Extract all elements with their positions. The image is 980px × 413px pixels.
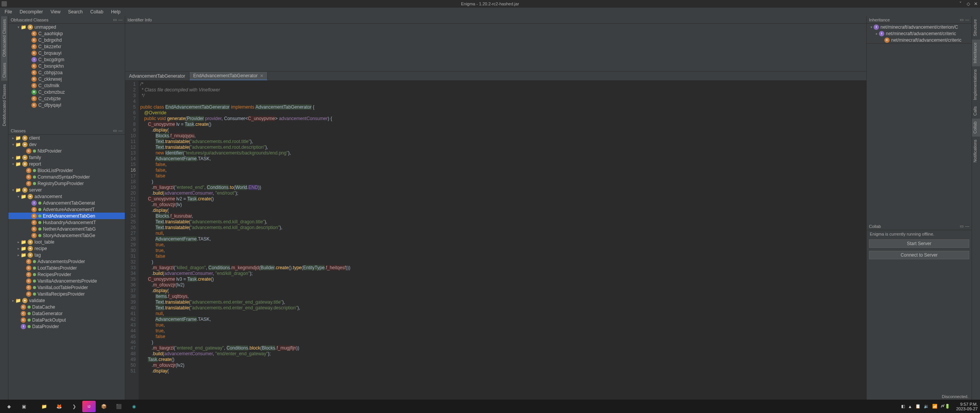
tree-item[interactable]: CC_cbhpjzoa — [8, 69, 125, 76]
tree-item[interactable]: ▾📁●server — [8, 187, 125, 193]
minimize-icon[interactable]: ˅ — [958, 1, 963, 7]
tree-item[interactable]: CVanillaRecipesProvider — [8, 291, 125, 297]
side-tab-collab[interactable]: Collab — [972, 119, 980, 137]
tree-item[interactable]: CCommandSyntaxProvider — [8, 174, 125, 180]
tree-item[interactable]: CC_bkzzefxr — [8, 43, 125, 50]
tree-item[interactable]: CC_bdrgxihd — [8, 37, 125, 43]
tree-item[interactable]: ▾Inet/minecraft/advancement/criterion/C — [867, 24, 972, 30]
tree-item[interactable]: CRegistryDumpProvider — [8, 180, 125, 187]
audio-icon[interactable]: 🔉 — [924, 404, 929, 409]
tree-item[interactable]: ▸Inet/minecraft/advancement/criteric — [867, 30, 972, 37]
tree-item[interactable]: CDataGenerator — [8, 310, 125, 317]
tree-label: C_bkzzefxr — [38, 44, 61, 49]
menu-collab[interactable]: Collab — [87, 8, 106, 15]
tree-item[interactable]: ▸📁●family — [8, 154, 125, 161]
side-tab-deobfuscated-classes[interactable]: Deobfuscated Classes — [1, 81, 7, 129]
tray-icon[interactable]: ▲ — [908, 404, 912, 409]
tree-item[interactable]: ▾📁●advancement — [8, 193, 125, 200]
tree-item[interactable]: CVanillaLootTableProvider — [8, 284, 125, 291]
side-tab-structure[interactable]: Structure — [972, 16, 980, 39]
maximize-icon[interactable]: ◇ — [965, 1, 971, 7]
tree-item[interactable]: ▾📁●dev — [8, 141, 125, 148]
side-tab-calls[interactable]: Calls — [972, 103, 980, 119]
code-editor[interactable]: 1234567891011121314151617181920212223242… — [125, 81, 866, 400]
app-launcher-icon[interactable]: ◆ — [2, 401, 16, 412]
firefox-icon[interactable]: 🦊 — [52, 401, 66, 412]
tree-item[interactable]: CDataCache — [8, 304, 125, 310]
tree-item[interactable]: CNetherAdvancementTabG — [8, 226, 125, 232]
task-view-icon[interactable]: ▣ — [17, 401, 31, 412]
class-icon: C — [31, 31, 37, 36]
side-tab-inheritance[interactable]: Inheritance — [972, 39, 980, 66]
clock[interactable]: 9:57 P.M. 2023-09-27 — [956, 402, 978, 411]
tree-item[interactable]: ▸📁●recipe — [8, 245, 125, 252]
wifi-icon[interactable]: 📶 — [932, 404, 938, 409]
tree-item[interactable]: CAdventureAdvancementT — [8, 206, 125, 213]
tree-item[interactable]: CStoryAdvancementTabGe — [8, 232, 125, 239]
tree-item[interactable]: CC_czvbjzte — [8, 95, 125, 102]
tree-item[interactable]: CC_brqsauyi — [8, 50, 125, 56]
menu-help[interactable]: Help — [108, 8, 124, 15]
tree-item[interactable]: ▸📁●client — [8, 135, 125, 141]
tree-item[interactable]: CDataPackOutput — [8, 317, 125, 323]
identifier-info-title: Identifier Info — [127, 18, 152, 22]
tree-item[interactable]: CHusbandryAdvancementT — [8, 219, 125, 226]
tree-item[interactable]: ▸📁●loot_table — [8, 239, 125, 245]
menu-search[interactable]: Search — [65, 8, 86, 15]
files-icon[interactable]: 📁 — [38, 401, 51, 412]
battery-icon[interactable]: 🗲🔋 — [941, 404, 950, 409]
connect-server-button[interactable]: Connect to Server — [869, 251, 969, 259]
tree-item[interactable]: CRecipesProvider — [8, 271, 125, 278]
tree-item[interactable]: ▸📁●validate — [8, 297, 125, 304]
panel-minimize-icon[interactable]: — — [118, 128, 122, 133]
close-icon[interactable]: ✕ — [973, 1, 978, 7]
prism-icon[interactable]: 📦 — [97, 401, 111, 412]
tree-item[interactable]: CC_dfpyqayl — [8, 102, 125, 108]
panel-dock-icon[interactable]: ▭ — [113, 128, 117, 133]
menu-view[interactable]: View — [47, 8, 64, 15]
pkg-icon: ● — [28, 24, 33, 30]
side-tab-notifications[interactable]: Notifications — [972, 137, 980, 166]
tree-item[interactable]: ▸📁●tag — [8, 252, 125, 258]
tree-item[interactable]: Cnet/minecraft/advancement/criteric — [867, 37, 972, 43]
tree-item[interactable]: IC_bxcgdrgm — [8, 56, 125, 63]
tree-item[interactable]: CC_ctsfmilk — [8, 82, 125, 89]
side-tab-classes[interactable]: Classes — [1, 60, 7, 81]
menu-file[interactable]: File — [2, 8, 15, 15]
panel-minimize-icon[interactable]: — — [118, 17, 122, 22]
panel-dock-icon[interactable]: ▭ — [960, 17, 964, 22]
app-icon[interactable]: ◉ — [127, 401, 140, 412]
clipboard-icon[interactable]: 📋 — [915, 404, 921, 409]
tree-item[interactable]: CEndAdvancementTabGen — [8, 213, 125, 219]
terminal-icon[interactable]: ❯ — [67, 401, 81, 412]
tree-item[interactable]: CNbtProvider — [8, 148, 125, 154]
tree-item[interactable]: ▾📁●unmapped — [8, 24, 125, 30]
tab-EndAdvancementTabGenerator[interactable]: EndAdvancementTabGenerator✕ — [189, 72, 268, 80]
minecraft-icon[interactable]: ⬛ — [112, 401, 126, 412]
pkg-icon: ● — [22, 161, 28, 167]
tree-item[interactable]: CVanillaAdvancementsProvide — [8, 278, 125, 284]
panel-dock-icon[interactable]: ▭ — [113, 17, 117, 22]
tab-AdvancementTabGenerator[interactable]: AdvancementTabGenerator — [125, 72, 189, 80]
side-tab-obfuscated-classes[interactable]: Obfuscated Classes — [1, 16, 7, 60]
horizontal-scrollbar[interactable] — [867, 43, 972, 47]
panel-minimize-icon[interactable]: — — [965, 224, 969, 229]
tree-item[interactable]: IDataProvider — [8, 323, 125, 330]
panel-dock-icon[interactable]: ▭ — [960, 224, 964, 229]
start-server-button[interactable]: Start Server — [869, 239, 969, 248]
tree-item[interactable]: CC_ckkrwxej — [8, 76, 125, 82]
tab-close-icon[interactable]: ✕ — [260, 73, 263, 78]
tray-icon[interactable]: ◧ — [901, 404, 905, 409]
tree-item[interactable]: CAdvancementsProvider — [8, 258, 125, 265]
tree-item[interactable]: IAdvancementTabGenerat — [8, 200, 125, 206]
tree-item[interactable]: CC_bxsnpkhn — [8, 63, 125, 69]
tree-item[interactable]: CBlockListProvider — [8, 167, 125, 174]
tree-item[interactable]: ▾📁●report — [8, 161, 125, 167]
tree-item[interactable]: CC_aaohlqkp — [8, 30, 125, 37]
tree-item[interactable]: CLootTablesProvider — [8, 265, 125, 271]
menu-decompiler[interactable]: Decompiler — [16, 8, 46, 15]
side-tab-implementations[interactable]: Implementations — [972, 66, 980, 103]
tree-item[interactable]: RC_cxbmzbuz — [8, 89, 125, 95]
panel-minimize-icon[interactable]: — — [965, 17, 969, 22]
intellij-icon[interactable]: IJ — [82, 401, 96, 412]
